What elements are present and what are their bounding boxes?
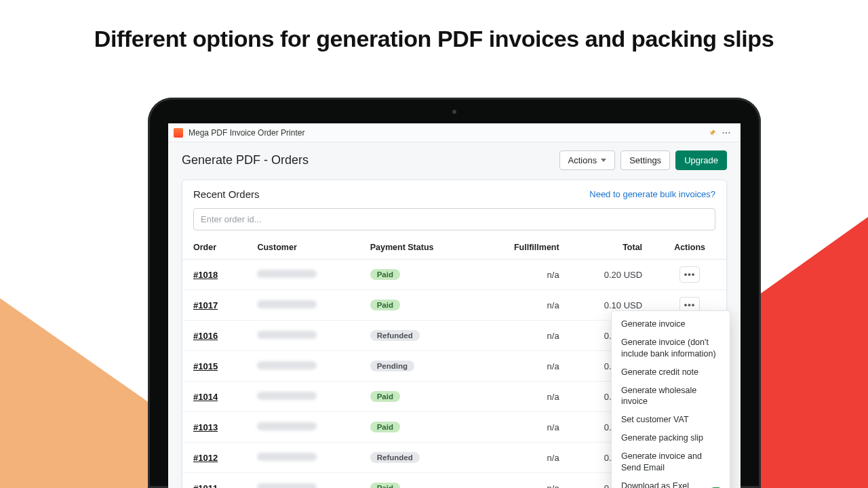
total-cell: 0.20 USD: [570, 260, 653, 290]
col-order: Order: [182, 236, 246, 260]
status-badge: Paid: [370, 422, 400, 432]
pin-icon[interactable]: [709, 129, 717, 137]
order-id-link[interactable]: #1011: [182, 473, 246, 489]
recent-orders-card: Recent Orders Need to generate bulk invo…: [182, 180, 727, 488]
status-badge: Pending: [370, 361, 414, 371]
dropdown-item[interactable]: Generate invoice: [612, 315, 730, 333]
blurred-name: [257, 300, 317, 308]
col-payment-status: Payment Status: [359, 236, 477, 260]
bulk-invoices-link[interactable]: Need to generate bulk invoices?: [589, 189, 715, 199]
app-title: Mega PDF Invoice Order Printer: [189, 128, 304, 138]
dropdown-item[interactable]: Generate wholesale invoice: [612, 382, 730, 411]
customer-cell: [246, 321, 359, 351]
payment-status-cell: Pending: [359, 351, 477, 382]
device-frame: Mega PDF Invoice Order Printer ··· Gener…: [148, 98, 761, 488]
payment-status-cell: Paid: [359, 412, 477, 443]
upgrade-button[interactable]: Upgrade: [675, 150, 727, 170]
order-id-link[interactable]: #1013: [182, 412, 246, 443]
table-row: #1018Paidn/a0.20 USD•••: [182, 260, 726, 290]
fulfillment-cell: n/a: [477, 260, 570, 290]
blurred-name: [257, 270, 317, 278]
status-badge: Paid: [370, 269, 400, 280]
fulfillment-cell: n/a: [477, 351, 570, 382]
dropdown-item[interactable]: Set customer VAT: [612, 411, 730, 429]
status-badge: Refunded: [370, 452, 420, 463]
camera-dot: [452, 110, 456, 114]
page-title: Generate PDF - Orders: [182, 153, 309, 167]
recent-orders-title: Recent Orders: [193, 188, 260, 200]
order-id-link[interactable]: #1017: [182, 290, 246, 321]
blurred-name: [257, 331, 317, 339]
dropdown-item[interactable]: Generate invoice (don't include bank inf…: [612, 333, 730, 363]
payment-status-cell: Paid: [359, 473, 477, 489]
fulfillment-cell: n/a: [477, 473, 570, 489]
actions-dropdown-button[interactable]: Actions: [559, 150, 616, 170]
status-badge: Paid: [370, 391, 400, 402]
dropdown-item[interactable]: Generate credit note: [612, 363, 730, 382]
blurred-name: [257, 392, 317, 400]
payment-status-cell: Paid: [359, 382, 477, 412]
page-headline: Different options for generation PDF inv…: [0, 26, 868, 52]
order-id-link[interactable]: #1014: [182, 382, 246, 412]
fulfillment-cell: n/a: [477, 443, 570, 473]
customer-cell: [246, 290, 359, 321]
order-id-link[interactable]: #1015: [182, 351, 246, 382]
customer-cell: [246, 382, 359, 412]
payment-status-cell: Refunded: [359, 443, 477, 473]
blurred-name: [257, 422, 317, 430]
status-badge: Paid: [370, 300, 400, 310]
customer-cell: [246, 260, 359, 290]
row-actions-button[interactable]: •••: [679, 266, 700, 283]
blurred-name: [257, 361, 317, 369]
fulfillment-cell: n/a: [477, 382, 570, 412]
payment-status-cell: Paid: [359, 260, 477, 290]
window-menu-icon[interactable]: ···: [722, 128, 731, 138]
customer-cell: [246, 351, 359, 382]
dropdown-item[interactable]: Generate packing slip: [612, 429, 730, 447]
payment-status-cell: Paid: [359, 290, 477, 321]
order-id-link[interactable]: #1012: [182, 443, 246, 473]
order-id-link[interactable]: #1018: [182, 260, 246, 290]
payment-status-cell: Refunded: [359, 321, 477, 351]
app-titlebar: Mega PDF Invoice Order Printer ···: [168, 123, 741, 142]
col-actions: Actions: [653, 236, 726, 260]
fulfillment-cell: n/a: [477, 321, 570, 351]
blurred-name: [257, 483, 317, 489]
col-fulfillment: Fullfillment: [477, 236, 570, 260]
blurred-name: [257, 453, 317, 461]
customer-cell: [246, 412, 359, 443]
status-badge: Refunded: [370, 330, 420, 341]
col-customer: Customer: [246, 236, 359, 260]
dropdown-item[interactable]: Generate invoice and Send Email: [612, 447, 730, 477]
status-badge: Paid: [370, 483, 400, 488]
customer-cell: [246, 443, 359, 473]
order-id-link[interactable]: #1016: [182, 321, 246, 351]
customer-cell: [246, 473, 359, 489]
row-actions-dropdown: Generate invoiceGenerate invoice (don't …: [611, 310, 730, 488]
settings-button[interactable]: Settings: [620, 150, 670, 170]
col-total: Total: [570, 236, 653, 260]
dropdown-item[interactable]: Download as Exel document: [612, 477, 730, 488]
chevron-down-icon: [601, 159, 606, 162]
app-icon: [174, 128, 183, 138]
search-input[interactable]: [193, 208, 715, 230]
fulfillment-cell: n/a: [477, 412, 570, 443]
fulfillment-cell: n/a: [477, 290, 570, 321]
